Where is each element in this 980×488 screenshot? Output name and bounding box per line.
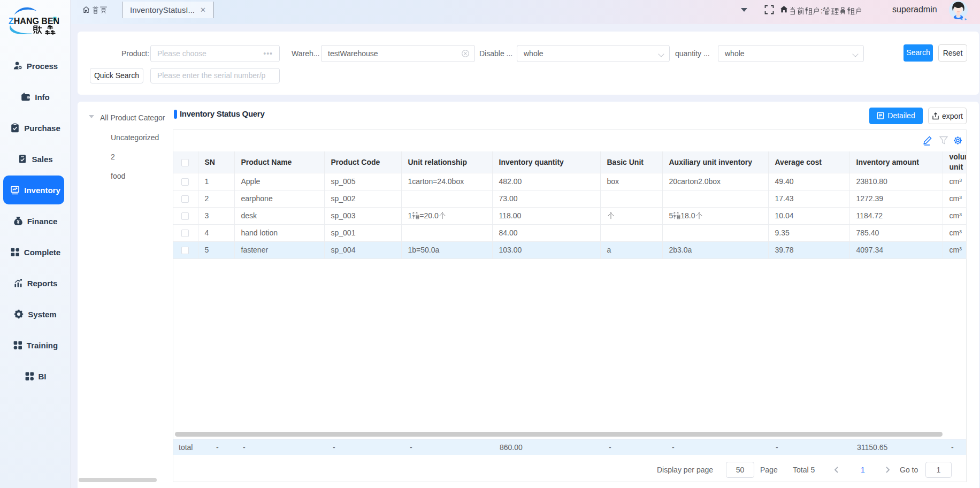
svg-text:ZHANG BEN: ZHANG BEN: [9, 17, 59, 26]
